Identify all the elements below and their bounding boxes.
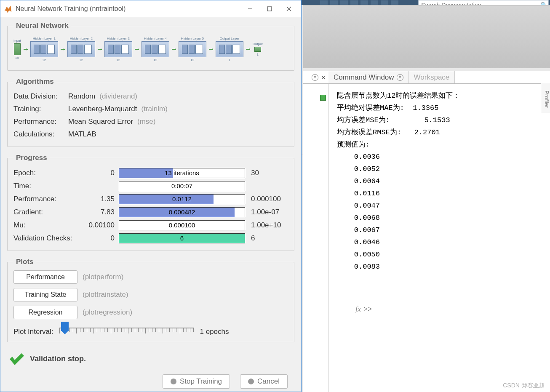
neural-network-section: Neural Network Input26Hidden Layer 112Hi… bbox=[7, 21, 294, 71]
slider-thumb[interactable] bbox=[61, 322, 69, 331]
progress-section: Progress Epoch:013 iterations30Time:0:00… bbox=[7, 154, 294, 251]
progress-row: Performance:1.350.01120.000100 bbox=[13, 192, 288, 205]
maximize-button[interactable] bbox=[260, 3, 279, 15]
close-button[interactable] bbox=[279, 3, 299, 15]
progress-bar: 13 iterations bbox=[119, 168, 245, 178]
command-window-output[interactable]: 隐含层节点数为12时的误差结果如下： 平均绝对误差MAE为: 1.3365 均方… bbox=[328, 84, 550, 392]
progress-bar: 6 bbox=[119, 233, 245, 243]
fx-icon: fx bbox=[355, 305, 361, 314]
progress-row: Validation Checks:066 bbox=[13, 232, 288, 245]
algorithm-row: Training:Levenberg-Marquardt(trainlm) bbox=[13, 103, 288, 115]
svg-rect-1 bbox=[267, 7, 272, 11]
fx-prompt[interactable]: fx>> bbox=[355, 305, 372, 314]
split-handle[interactable]: .' bbox=[302, 152, 303, 160]
tab-profiler[interactable]: Profiler bbox=[541, 83, 550, 113]
plot-interval-label: Plot Interval: bbox=[13, 328, 53, 336]
progress-bar: 0.000100 bbox=[119, 220, 245, 230]
stop-icon bbox=[171, 379, 176, 384]
algorithms-section: Algorithms Data Division:Random(dividera… bbox=[7, 77, 294, 147]
progress-row: Mu:0.001000.0001001.00e+10 bbox=[13, 219, 288, 232]
progress-row: Gradient:7.830.0004821.00e-07 bbox=[13, 205, 288, 219]
nntraintool-dialog: Neural Network Training (nntraintool) Ne… bbox=[0, 0, 302, 392]
titlebar[interactable]: Neural Network Training (nntraintool) bbox=[0, 0, 301, 17]
matlab-logo-icon bbox=[3, 4, 12, 13]
plots-legend: Plots bbox=[13, 258, 36, 266]
progress-bar: 0.000482 bbox=[119, 207, 245, 217]
tab-command-window[interactable]: Command Window ▼ bbox=[328, 71, 409, 83]
nn-legend: Neural Network bbox=[13, 21, 71, 30]
close-icon[interactable]: ✕ bbox=[321, 74, 326, 81]
window-title: Neural Network Training (nntraintool) bbox=[16, 5, 240, 13]
checkmark-icon bbox=[9, 352, 24, 365]
ribbon-area bbox=[303, 5, 550, 68]
plot-button[interactable]: Regression bbox=[13, 306, 77, 319]
algorithm-row: Calculations:MATLAB bbox=[13, 128, 288, 141]
plots-section: Plots Performance(plotperform)Training S… bbox=[7, 258, 294, 342]
plot-button[interactable]: Training State bbox=[13, 288, 77, 301]
cancel-button[interactable]: Cancel bbox=[240, 374, 288, 389]
algorithm-row: Data Division:Random(dividerand) bbox=[13, 90, 288, 103]
progress-row: Time:0:00:07 bbox=[13, 179, 288, 192]
algorithm-row: Performance:Mean Squared Error(mse) bbox=[13, 115, 288, 128]
progress-row: Epoch:013 iterations30 bbox=[13, 166, 288, 179]
status-text: Validation stop. bbox=[30, 355, 86, 363]
validation-stop-status: Validation stop. bbox=[7, 349, 294, 368]
progress-legend: Progress bbox=[13, 154, 50, 162]
plot-button[interactable]: Performance bbox=[13, 270, 77, 284]
dropdown-icon[interactable]: ▼ bbox=[312, 74, 318, 81]
progress-bar: 0.0112 bbox=[119, 194, 245, 204]
progress-bar: 0:00:07 bbox=[119, 181, 245, 191]
tab-workspace[interactable]: Workspace bbox=[409, 71, 455, 83]
algorithms-legend: Algorithms bbox=[13, 77, 56, 86]
editor-gutter bbox=[303, 84, 328, 392]
cancel-icon bbox=[248, 379, 254, 384]
minimize-button[interactable] bbox=[240, 3, 260, 15]
right-panel-area: ▼ ✕ Command Window ▼ Workspace 隐含层节点数为12… bbox=[303, 71, 550, 392]
plot-interval-slider[interactable] bbox=[59, 328, 194, 336]
watermark: CSDN @赛亚超 bbox=[503, 382, 545, 389]
stop-training-button[interactable]: Stop Training bbox=[163, 374, 230, 389]
plot-interval-value: 1 epochs bbox=[200, 328, 229, 336]
toolbar-icons bbox=[320, 0, 398, 5]
dropdown-icon[interactable]: ▼ bbox=[397, 74, 403, 81]
